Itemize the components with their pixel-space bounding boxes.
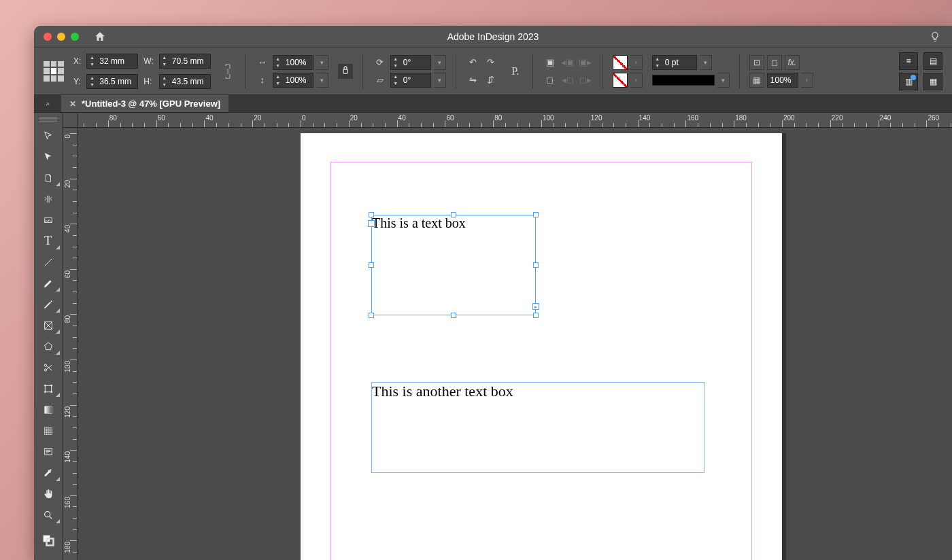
scissors-tool[interactable]	[35, 357, 62, 378]
x-field[interactable]: ▲▼	[86, 54, 138, 69]
selection-handle[interactable]	[451, 313, 456, 318]
document-tab-row: » ✕ *Untitled-3 @ 47% [GPU Preview]	[34, 95, 952, 113]
corner-toggle[interactable]: ▤	[923, 52, 942, 70]
close-window-button[interactable]	[44, 33, 52, 41]
scale-x-input[interactable]	[283, 58, 313, 67]
fill-stroke-toggle[interactable]	[35, 529, 62, 550]
opacity-dropdown[interactable]: ›	[801, 73, 813, 88]
line-tool[interactable]	[35, 251, 62, 273]
hand-tool[interactable]	[35, 483, 62, 504]
scale-x-dropdown[interactable]: ▾	[316, 55, 328, 70]
zoom-tool[interactable]	[35, 504, 62, 525]
gradient-feather-tool[interactable]	[35, 420, 62, 441]
selection-tool[interactable]	[35, 125, 62, 146]
rectangle-frame-tool[interactable]	[35, 315, 62, 336]
shear-input[interactable]	[401, 75, 430, 85]
stroke-dropdown[interactable]: ›	[630, 73, 643, 88]
close-tab-icon[interactable]: ✕	[69, 99, 76, 109]
text-frame-unselected[interactable]: This is another text box	[371, 382, 704, 473]
stroke-weight-dropdown[interactable]: ▾	[700, 55, 712, 70]
opacity-input[interactable]	[768, 75, 798, 85]
pen-tool[interactable]	[35, 273, 62, 294]
selection-handle[interactable]	[533, 262, 539, 268]
zoom-window-button[interactable]	[71, 33, 79, 41]
gap-tool[interactable]	[35, 188, 62, 209]
free-transform-tool[interactable]	[35, 378, 62, 399]
opacity-field[interactable]	[767, 73, 798, 88]
rotate-ccw-icon[interactable]: ↶	[466, 55, 481, 70]
select-next-icon[interactable]: ▣▸	[578, 55, 593, 70]
frame-fit-toggle[interactable]: ▦	[923, 73, 942, 90]
stroke-swatch[interactable]	[613, 73, 628, 88]
char-orient-icon[interactable]: P.	[508, 64, 523, 79]
ruler-origin[interactable]	[63, 113, 78, 128]
fill-swatch[interactable]	[613, 55, 628, 70]
selection-handle[interactable]	[533, 313, 539, 318]
stroke-weight-input[interactable]	[662, 58, 696, 67]
shear-field[interactable]: ▲▼	[390, 73, 431, 88]
h-field[interactable]: ▲▼	[159, 74, 211, 89]
select-prev-icon[interactable]: ◂▣	[560, 55, 575, 70]
stroke-style-swatch[interactable]	[652, 75, 715, 86]
rotation-dropdown[interactable]: ▾	[434, 55, 446, 70]
polygon-tool[interactable]	[35, 336, 62, 357]
eyedropper-tool[interactable]	[35, 462, 62, 483]
select-container-icon[interactable]: ▣	[543, 55, 558, 70]
gradient-swatch-tool[interactable]	[35, 399, 62, 420]
scale-x-field[interactable]: ▲▼	[273, 55, 313, 70]
pencil-tool[interactable]	[35, 294, 62, 315]
note-tool[interactable]	[35, 441, 62, 462]
w-field[interactable]: ▲▼	[159, 54, 211, 69]
flip-v-icon[interactable]: ⇵	[483, 73, 498, 88]
content-collector-tool[interactable]	[35, 209, 62, 230]
scale-y-dropdown[interactable]: ▾	[316, 73, 328, 88]
selection-handle[interactable]	[451, 212, 456, 217]
selection-handle[interactable]	[533, 212, 539, 217]
drop-shadow-icon[interactable]: ◻	[767, 55, 782, 70]
svg-rect-5	[45, 385, 51, 391]
h-input[interactable]	[169, 77, 210, 86]
align-toggle[interactable]: ▥	[899, 73, 918, 90]
tool-grip[interactable]	[39, 117, 57, 122]
rotate-cw-icon[interactable]: ↷	[483, 55, 498, 70]
horizontal-ruler[interactable]: 1008060402002040608010012014016018020022…	[78, 113, 952, 128]
selection-handle[interactable]	[369, 262, 374, 268]
text-wrap-toggle[interactable]: ≡	[899, 52, 918, 70]
type-tool[interactable]: T	[35, 230, 62, 251]
document-tab[interactable]: ✕ *Untitled-3 @ 47% [GPU Preview]	[61, 95, 228, 112]
y-input[interactable]	[97, 77, 137, 86]
flip-h-icon[interactable]: ⇋	[466, 73, 481, 88]
x-input[interactable]	[97, 56, 137, 66]
vertical-ruler[interactable]: 020406080100120140160180200	[63, 128, 78, 560]
stroke-weight-field[interactable]: ▲▼	[652, 55, 697, 70]
page-tool[interactable]	[35, 167, 62, 188]
selection-handle[interactable]	[369, 212, 374, 217]
out-port-handle[interactable]: ▸	[532, 303, 539, 310]
fill-dropdown[interactable]: ›	[630, 55, 643, 70]
shear-dropdown[interactable]: ▾	[434, 73, 446, 88]
constrain-scale-icon[interactable]	[338, 64, 353, 79]
text-frame-selected[interactable]: This is a text box	[371, 215, 536, 315]
tips-icon[interactable]	[929, 31, 941, 43]
scale-y-input[interactable]	[283, 75, 313, 85]
y-field[interactable]: ▲▼	[86, 74, 138, 89]
in-port-handle[interactable]	[368, 220, 375, 227]
w-input[interactable]	[169, 56, 210, 66]
select-content-icon[interactable]: ◻	[543, 73, 558, 88]
select-next2-icon[interactable]: ◻▸	[578, 73, 593, 88]
home-icon[interactable]	[94, 31, 106, 43]
minimize-window-button[interactable]	[57, 33, 65, 41]
selection-handle[interactable]	[369, 313, 374, 318]
direct-selection-tool[interactable]	[35, 146, 62, 167]
effects-icon[interactable]: fx.	[785, 55, 800, 70]
scale-y-field[interactable]: ▲▼	[273, 73, 313, 88]
tab-scroll-icon[interactable]: »	[34, 95, 61, 112]
reference-point-grid[interactable]	[44, 61, 64, 82]
rotation-input[interactable]	[401, 58, 430, 67]
stroke-style-dropdown[interactable]: ▾	[717, 73, 730, 88]
select-prev2-icon[interactable]: ◂◻	[560, 73, 575, 88]
auto-fit-icon[interactable]: ⊡	[749, 55, 764, 70]
rotation-field[interactable]: ▲▼	[390, 55, 431, 70]
constrain-wh-icon[interactable]	[220, 64, 235, 79]
canvas-stage[interactable]: This is a text box This is another text …	[78, 128, 952, 560]
